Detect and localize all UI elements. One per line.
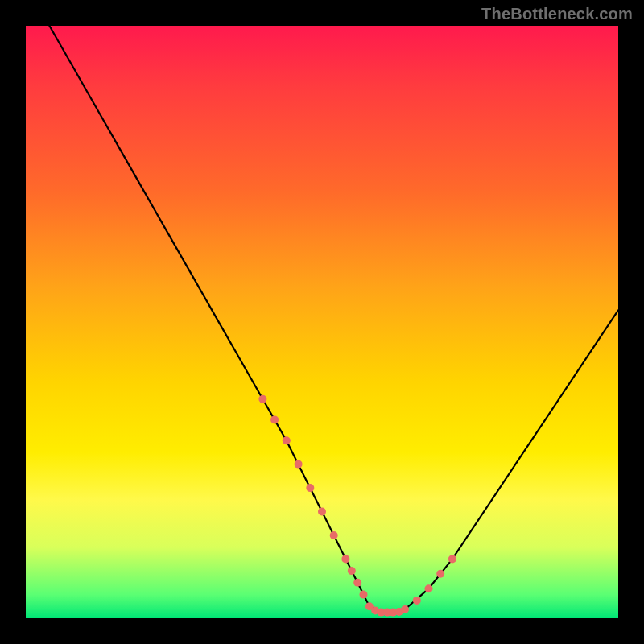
outer-frame: TheBottleneck.com [0,0,644,644]
marker-dot [401,605,409,613]
marker-dot [360,591,368,599]
watermark-text: TheBottleneck.com [481,5,633,23]
chart-svg [26,26,618,618]
marker-dot [306,484,314,492]
marker-dot [330,531,338,539]
marker-dot [448,555,456,563]
highlight-markers [258,395,456,617]
marker-dot [295,460,303,469]
marker-dot [353,579,361,587]
bottleneck-curve [49,26,618,613]
marker-dot [270,415,279,423]
marker-dot [258,395,266,403]
marker-dot [413,597,421,605]
marker-dot [348,567,356,575]
marker-dot [341,555,349,563]
chart-plot-area [26,26,618,618]
marker-dot [318,508,326,516]
marker-dot [425,584,433,592]
marker-dot [436,570,444,578]
marker-dot [283,436,291,444]
